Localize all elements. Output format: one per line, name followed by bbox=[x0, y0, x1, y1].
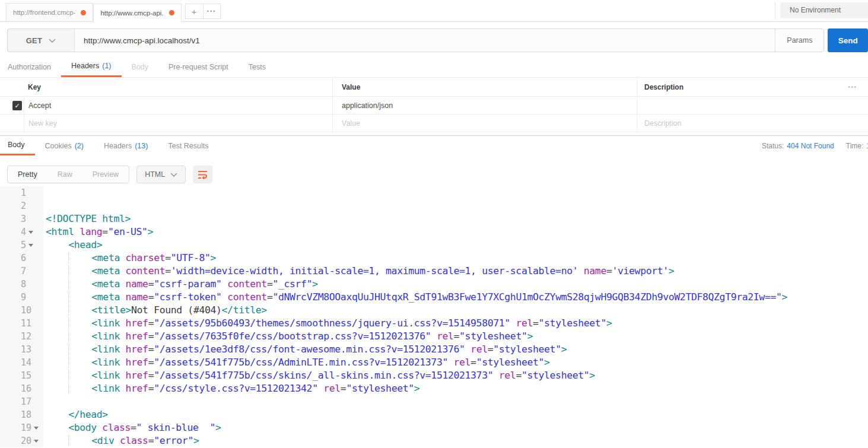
request-section-tabs: Authorization Headers (1) Body Pre-reque… bbox=[0, 56, 868, 77]
request-tabs-strip: http://frontend.cmcp- http://www.cmcp-ap… bbox=[0, 3, 221, 21]
line-number: 5 bbox=[0, 239, 43, 252]
indent-guide bbox=[68, 304, 91, 316]
code-line: 6 <meta charset="UTF-8"> bbox=[0, 252, 868, 265]
table-new-row: New key Value Description bbox=[0, 115, 868, 132]
line-number: 6 bbox=[0, 252, 43, 265]
code-line: 11 <link href="/assets/95b60493/themes/s… bbox=[0, 317, 868, 330]
time-label: Time: bbox=[846, 142, 864, 150]
line-number: 12 bbox=[0, 330, 43, 343]
postman-app: http://frontend.cmcp- http://www.cmcp-ap… bbox=[0, 0, 868, 448]
line-number: 2 bbox=[0, 199, 43, 212]
tab-authorization[interactable]: Authorization bbox=[0, 56, 61, 77]
tab-headers[interactable]: Headers (1) bbox=[61, 56, 122, 77]
tab-pre-request-script[interactable]: Pre-request Script bbox=[158, 56, 239, 77]
line-number: 18 bbox=[0, 408, 43, 421]
environment-selector[interactable]: No Environment bbox=[780, 2, 868, 18]
indent-guide bbox=[68, 435, 91, 446]
indent-guide bbox=[68, 344, 91, 355]
url-input[interactable] bbox=[75, 29, 775, 52]
response-tab-cookies[interactable]: Cookies (2) bbox=[35, 136, 94, 155]
indent-guide bbox=[68, 370, 91, 381]
code-line: 7 <meta content='width=device-width, ini… bbox=[0, 265, 868, 278]
request-tab-api[interactable]: http://www.cmcp-api. bbox=[93, 4, 181, 22]
tab-tests[interactable]: Tests bbox=[239, 56, 276, 77]
chevron-down-icon bbox=[49, 39, 56, 43]
line-number: 15 bbox=[0, 369, 43, 382]
new-key-placeholder: New key bbox=[28, 119, 57, 128]
tab-title: http://www.cmcp-api. bbox=[100, 9, 163, 17]
unsaved-dot-icon bbox=[169, 10, 174, 15]
code-line: 16 <link href="/css/style.css?v=15120213… bbox=[0, 382, 868, 395]
fold-arrow-icon[interactable] bbox=[34, 440, 39, 443]
indent-guide bbox=[68, 265, 91, 277]
line-number: 14 bbox=[0, 356, 43, 369]
response-meta: Status: 404 Not Found Time: 1 bbox=[762, 136, 868, 156]
new-tab-button[interactable]: + bbox=[185, 4, 203, 19]
line-number: 7 bbox=[0, 265, 43, 278]
view-mode-pretty[interactable]: Pretty bbox=[8, 166, 47, 183]
code-line: 8 <meta name="csrf-param" content="_csrf… bbox=[0, 278, 868, 291]
code-line: 15 <link href="/assets/541f775b/css/skin… bbox=[0, 369, 868, 382]
response-body-code[interactable]: 123<!DOCTYPE html>4<html lang="en-US">5 … bbox=[0, 186, 868, 448]
fold-arrow-icon[interactable] bbox=[34, 427, 39, 430]
cookies-count: (2) bbox=[75, 142, 84, 150]
send-button[interactable]: Send bbox=[828, 28, 868, 52]
table-row: ✓ Accept application/json bbox=[0, 97, 868, 115]
response-view-toolbar: Pretty Raw Preview HTML bbox=[7, 166, 868, 183]
header-value-cell: application/json bbox=[342, 101, 393, 110]
response-section-tabs: Body Cookies (2) Headers (13) Test Resul… bbox=[0, 135, 868, 155]
line-number: 16 bbox=[0, 382, 43, 395]
code-line: 10 <title>Not Found (#404)</title> bbox=[0, 304, 868, 317]
url-builder-row: GET Params Send bbox=[7, 28, 868, 52]
code-line: 13 <link href="/assets/1ee3df8/css/font-… bbox=[0, 343, 868, 356]
line-number: 11 bbox=[0, 317, 43, 330]
code-line: 3<!DOCTYPE html> bbox=[0, 212, 868, 225]
status-value: 404 Not Found bbox=[787, 142, 834, 150]
response-headers-count: (13) bbox=[135, 142, 148, 150]
language-select[interactable]: HTML bbox=[136, 166, 186, 183]
method-select[interactable]: GET bbox=[8, 29, 75, 52]
tab-body[interactable]: Body bbox=[122, 56, 159, 77]
code-line: 5 <head> bbox=[0, 239, 868, 252]
code-line: 2 bbox=[0, 199, 868, 212]
code-line: 4<html lang="en-US"> bbox=[0, 225, 868, 239]
line-number: 20 bbox=[0, 434, 43, 447]
code-line: 12 <link href="/assets/7635f0fe/css/boot… bbox=[0, 330, 868, 343]
headers-count: (1) bbox=[102, 62, 111, 70]
params-button[interactable]: Params bbox=[775, 29, 824, 52]
divider bbox=[775, 2, 775, 20]
method-label: GET bbox=[26, 36, 43, 45]
indent-guide bbox=[68, 331, 91, 342]
view-mode-preview[interactable]: Preview bbox=[82, 166, 129, 183]
response-tab-body[interactable]: Body bbox=[0, 136, 35, 155]
request-tab-frontend[interactable]: http://frontend.cmcp- bbox=[6, 3, 93, 21]
indent-guide bbox=[68, 291, 91, 303]
fold-arrow-icon[interactable] bbox=[28, 244, 33, 247]
status-label: Status: bbox=[762, 142, 784, 150]
table-options-button[interactable]: ••• bbox=[848, 84, 857, 90]
view-mode-raw[interactable]: Raw bbox=[47, 166, 82, 183]
line-number: 10 bbox=[0, 304, 43, 317]
response-tab-test-results[interactable]: Test Results bbox=[158, 136, 218, 155]
line-number: 8 bbox=[0, 278, 43, 291]
code-lines: 123<!DOCTYPE html>4<html lang="en-US">5 … bbox=[0, 186, 868, 447]
row-checkbox[interactable]: ✓ bbox=[12, 101, 22, 110]
tab-title: http://frontend.cmcp- bbox=[13, 9, 75, 16]
word-wrap-button[interactable] bbox=[193, 166, 212, 183]
url-builder: GET Params bbox=[7, 28, 824, 52]
code-line: 18 </head> bbox=[0, 408, 868, 421]
indent-guide bbox=[68, 357, 91, 368]
line-number: 4 bbox=[0, 225, 43, 239]
word-wrap-icon bbox=[198, 170, 208, 179]
code-line: 14 <link href="/assets/541f775b/css/Admi… bbox=[0, 356, 868, 369]
response-tab-headers[interactable]: Headers (13) bbox=[94, 136, 158, 155]
line-number: 13 bbox=[0, 343, 43, 356]
line-number: 17 bbox=[0, 395, 43, 408]
code-line: 20 <div class="error"> bbox=[0, 434, 868, 447]
line-number: 19 bbox=[0, 421, 43, 434]
tab-options-button[interactable]: ••• bbox=[203, 4, 221, 19]
headers-table: Key Value Description ••• ✓ Accept appli… bbox=[0, 77, 868, 132]
tab-bar: http://frontend.cmcp- http://www.cmcp-ap… bbox=[0, 0, 868, 22]
header-key-cell: Accept bbox=[28, 101, 51, 110]
fold-arrow-icon[interactable] bbox=[28, 231, 33, 234]
